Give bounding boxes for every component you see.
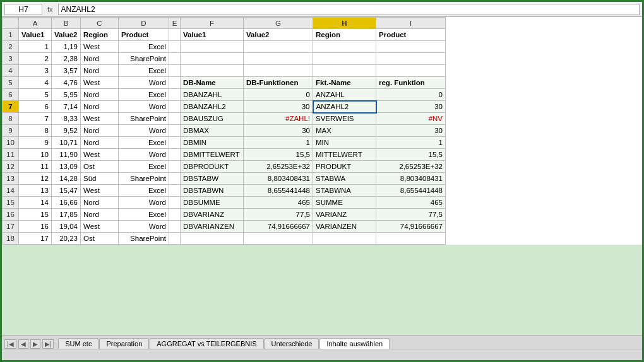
cell-d18[interactable]: SharePoint: [119, 233, 169, 245]
cell-f10[interactable]: DBMIN: [181, 137, 244, 149]
cell-d14[interactable]: Excel: [119, 185, 169, 197]
cell-e16[interactable]: [169, 209, 181, 221]
row-num-2[interactable]: 2: [3, 41, 19, 53]
cell-h8[interactable]: SVERWEIS: [313, 113, 376, 125]
cell-i1[interactable]: Product: [376, 29, 446, 41]
cell-a12[interactable]: 11: [19, 161, 52, 173]
cell-d8[interactable]: SharePoint: [119, 113, 169, 125]
row-num-9[interactable]: 9: [3, 125, 19, 137]
cell-c11[interactable]: West: [81, 149, 119, 161]
cell-d17[interactable]: Word: [119, 221, 169, 233]
cell-g5[interactable]: DB-Funktionen: [244, 77, 313, 89]
cell-b9[interactable]: 9,52: [52, 125, 81, 137]
cell-e8[interactable]: [169, 113, 181, 125]
row-num-5[interactable]: 5: [3, 77, 19, 89]
cell-h15[interactable]: SUMME: [313, 197, 376, 209]
cell-b2[interactable]: 1,19: [52, 41, 81, 53]
cell-e12[interactable]: [169, 161, 181, 173]
cell-h3[interactable]: [313, 53, 376, 65]
cell-h4[interactable]: [313, 65, 376, 77]
cell-b5[interactable]: 4,76: [52, 77, 81, 89]
cell-f5[interactable]: DB-Name: [181, 77, 244, 89]
cell-h11[interactable]: MITTELWERT: [313, 149, 376, 161]
cell-h6[interactable]: ANZAHL: [313, 89, 376, 101]
cell-g16[interactable]: 77,5: [244, 209, 313, 221]
cell-c14[interactable]: West: [81, 185, 119, 197]
cell-e3[interactable]: [169, 53, 181, 65]
cell-g1[interactable]: Value2: [244, 29, 313, 41]
cell-g12[interactable]: 2,65253E+32: [244, 161, 313, 173]
row-num-12[interactable]: 12: [3, 161, 19, 173]
cell-a4[interactable]: 3: [19, 65, 52, 77]
cell-h1[interactable]: Region: [313, 29, 376, 41]
cell-f11[interactable]: DBMITTELWERT: [181, 149, 244, 161]
col-header-a[interactable]: A: [19, 18, 52, 29]
cell-i12[interactable]: 2,65253E+32: [376, 161, 446, 173]
cell-f8[interactable]: DBAUSZUG: [181, 113, 244, 125]
cell-d16[interactable]: Excel: [119, 209, 169, 221]
cell-g8[interactable]: #ZAHL!: [244, 113, 313, 125]
cell-b3[interactable]: 2,38: [52, 53, 81, 65]
cell-d12[interactable]: Excel: [119, 161, 169, 173]
col-header-f[interactable]: F: [181, 18, 244, 29]
cell-g3[interactable]: [244, 53, 313, 65]
cell-f14[interactable]: DBSTABWN: [181, 185, 244, 197]
cell-e6[interactable]: [169, 89, 181, 101]
cell-i9[interactable]: 30: [376, 125, 446, 137]
cell-c1[interactable]: Region: [81, 29, 119, 41]
row-num-3[interactable]: 3: [3, 53, 19, 65]
cell-f6[interactable]: DBANZAHL: [181, 89, 244, 101]
cell-a9[interactable]: 8: [19, 125, 52, 137]
cell-a2[interactable]: 1: [19, 41, 52, 53]
cell-a18[interactable]: 17: [19, 233, 52, 245]
tab-nav[interactable]: |◀ ◀ ▶ ▶|: [4, 339, 54, 349]
cell-b1[interactable]: Value2: [52, 29, 81, 41]
cell-i10[interactable]: 1: [376, 137, 446, 149]
row-num-4[interactable]: 4: [3, 65, 19, 77]
cell-b13[interactable]: 14,28: [52, 173, 81, 185]
cell-g6[interactable]: 0: [244, 89, 313, 101]
cell-a6[interactable]: 5: [19, 89, 52, 101]
cell-b12[interactable]: 13,09: [52, 161, 81, 173]
cell-e10[interactable]: [169, 137, 181, 149]
cell-e15[interactable]: [169, 197, 181, 209]
cell-d15[interactable]: Word: [119, 197, 169, 209]
col-header-e[interactable]: E: [169, 18, 181, 29]
row-num-1[interactable]: 1: [3, 29, 19, 41]
cell-d4[interactable]: Excel: [119, 65, 169, 77]
cell-h9[interactable]: MAX: [313, 125, 376, 137]
col-header-c[interactable]: C: [81, 18, 119, 29]
cell-g13[interactable]: 8,803408431: [244, 173, 313, 185]
tab-nav-first[interactable]: |◀: [4, 339, 16, 349]
cell-b14[interactable]: 15,47: [52, 185, 81, 197]
cell-b15[interactable]: 16,66: [52, 197, 81, 209]
cell-g15[interactable]: 465: [244, 197, 313, 209]
col-header-d[interactable]: D: [119, 18, 169, 29]
col-header-b[interactable]: B: [52, 18, 81, 29]
cell-c17[interactable]: West: [81, 221, 119, 233]
cell-c3[interactable]: Nord: [81, 53, 119, 65]
cell-g10[interactable]: 1: [244, 137, 313, 149]
cell-c6[interactable]: Nord: [81, 89, 119, 101]
cell-b8[interactable]: 8,33: [52, 113, 81, 125]
cell-e13[interactable]: [169, 173, 181, 185]
cell-e11[interactable]: [169, 149, 181, 161]
cell-a10[interactable]: 9: [19, 137, 52, 149]
cell-i2[interactable]: [376, 41, 446, 53]
col-header-h[interactable]: H: [313, 18, 376, 29]
cell-e14[interactable]: [169, 185, 181, 197]
cell-a7[interactable]: 6: [19, 101, 52, 113]
cell-i15[interactable]: 465: [376, 197, 446, 209]
cell-a16[interactable]: 15: [19, 209, 52, 221]
cell-i5[interactable]: reg. Funktion: [376, 77, 446, 89]
cell-a8[interactable]: 7: [19, 113, 52, 125]
cell-i4[interactable]: [376, 65, 446, 77]
cell-h17[interactable]: VARIANZEN: [313, 221, 376, 233]
cell-g9[interactable]: 30: [244, 125, 313, 137]
cell-h7[interactable]: ANZAHL2: [313, 101, 376, 113]
cell-f4[interactable]: [181, 65, 244, 77]
cell-d10[interactable]: Excel: [119, 137, 169, 149]
tab-nav-next[interactable]: ▶: [30, 339, 40, 349]
cell-b18[interactable]: 20,23: [52, 233, 81, 245]
col-header-g[interactable]: G: [244, 18, 313, 29]
